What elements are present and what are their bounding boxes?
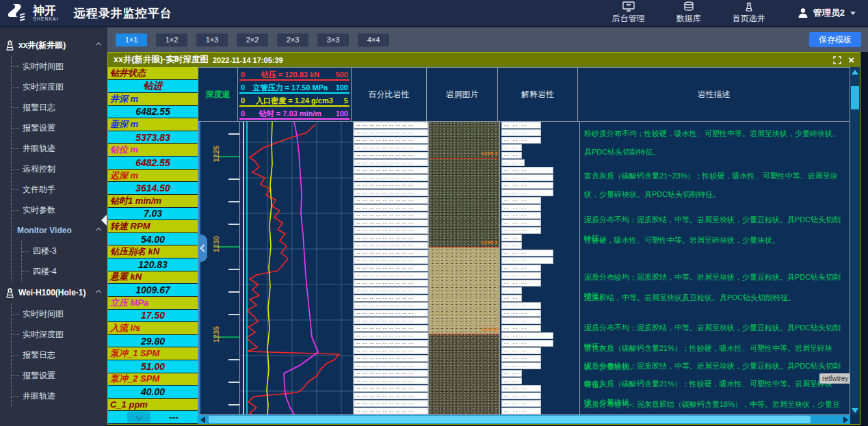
well-name: xx井(新井眼)	[18, 40, 66, 51]
depth-minor-tick	[228, 178, 239, 180]
fullscreen-icon[interactable]	[833, 56, 841, 64]
interpreted-lithology-cell: -- -- --	[501, 340, 553, 347]
sidebar-item-报警日志[interactable]: 报警日志	[12, 345, 107, 365]
vertical-scrollbar[interactable]	[850, 67, 860, 415]
layout-tab-1×3[interactable]: 1×3	[196, 34, 228, 46]
interpreted-lithology-cell: -- -- --	[501, 265, 541, 271]
depth-minor-tick	[228, 359, 239, 360]
save-template-button[interactable]: 保存模板	[809, 32, 861, 47]
depth-minor-tick	[228, 404, 239, 405]
interpreted-lithology-cell: -- -- --	[501, 332, 553, 339]
sidebar-item-报警设置[interactable]: 报警设置	[12, 118, 107, 138]
interpreted-lithology-cell: -- -- --	[501, 370, 522, 377]
param-value: 54.00	[108, 233, 198, 245]
sidebar-item-实时参数[interactable]: 实时参数	[12, 200, 107, 220]
sidebar-item-实时深度图[interactable]: 实时深度图	[12, 324, 107, 345]
realtime-params-panel: 钻井状态钻进井深 m6482.55垂深 m5373.83钻位 m6482.55迟…	[108, 67, 198, 424]
header-nav: 后台管理 数据库 首页选井 管理员2	[612, 1, 856, 25]
sidebar-item-实时时间图[interactable]: 实时时间图	[12, 56, 107, 77]
chart-body-row: 122512301235 -- -- -- -- -- -- -- -- ---…	[198, 122, 850, 414]
param-row: 钻井状态钻进	[108, 67, 198, 93]
layout-tab-1×1[interactable]: 1×1	[116, 34, 147, 46]
app-title: 远程录井监控平台	[74, 5, 172, 21]
pct-lithology-row: -- -- -- -- -- -- -- -- --	[354, 400, 428, 407]
panel-timestamp: 2022-11-14 17:05:39	[213, 56, 283, 64]
param-value-text: 51.00	[141, 361, 165, 372]
sidebar-node-Monitor Video[interactable]: Monitor Video	[12, 220, 107, 241]
sidebar-collapse-handle[interactable]	[101, 215, 107, 226]
param-label: 垂深 m	[108, 118, 198, 131]
horizontal-scroll-thumb[interactable]	[209, 416, 811, 423]
legend-row-钻压: 0钻压 = 120.83 kN500	[239, 69, 350, 81]
interpreted-lithology-cell: -- -- --	[501, 167, 553, 174]
param-dropdown-button[interactable]	[127, 412, 150, 423]
param-value-text: ---	[169, 412, 179, 423]
depth-minor-tick	[228, 269, 239, 270]
param-label: 钻压别名 kN	[108, 245, 198, 258]
cuttings-photo-segment	[429, 158, 499, 247]
legend-max: 100	[336, 109, 348, 118]
interpreted-lithology-cell: -- -- --	[501, 174, 553, 181]
shenkai-logo-icon	[7, 3, 27, 23]
horizontal-scrollbar[interactable]	[198, 415, 850, 424]
interpreted-lithology-cell: -- -- --	[501, 302, 541, 309]
leaf-label: 四楼-3	[33, 245, 57, 257]
pct-lithology-row: -- -- -- -- -- -- -- -- --	[354, 235, 428, 241]
sidebar-item-四楼-3[interactable]: 四楼-3	[22, 241, 107, 261]
sidebar-item-四楼-4[interactable]: 四楼-4	[22, 261, 107, 282]
pct-lithology-row: -- -- -- -- -- -- -- -- --	[354, 152, 428, 159]
param-value-text: 5373.83	[135, 132, 170, 143]
layout-tab-2×2[interactable]: 2×2	[237, 34, 268, 46]
sidebar-item-实时时间图[interactable]: 实时时间图	[12, 304, 107, 324]
curves-header: 0钻压 = 120.83 kN5000立管压力 = 17.50 MPa1000入…	[238, 68, 352, 121]
param-label: 迟深 m	[108, 170, 198, 183]
param-value: 51.00	[108, 360, 198, 373]
scroll-left-arrow[interactable]	[198, 415, 207, 424]
close-icon[interactable]: ×	[848, 55, 854, 65]
interpreted-lithology-cell: -- -- --	[501, 400, 541, 407]
brand: 神开 SHENKAI	[33, 5, 59, 21]
sidebar-item-实时深度图[interactable]: 实时深度图	[12, 77, 107, 97]
sidebar-item-文件助手[interactable]: 文件助手	[12, 179, 107, 200]
sidebar-well-node[interactable]: xx井(新井眼)	[4, 34, 107, 56]
layout-tab-4×4[interactable]: 4×4	[358, 34, 389, 46]
track-collapse-handle[interactable]	[198, 235, 207, 262]
leaf-label: 文件助手	[23, 184, 55, 196]
scroll-up-arrow[interactable]	[850, 67, 860, 77]
sidebar-item-报警日志[interactable]: 报警日志	[12, 97, 107, 118]
scroll-right-arrow[interactable]	[841, 415, 850, 424]
user-menu[interactable]: 管理员2	[797, 7, 856, 19]
interpreted-lithology-cell: -- -- --	[501, 189, 553, 196]
sidebar-item-井眼轨迹[interactable]: 井眼轨迹	[12, 138, 107, 159]
pct-lithology-row: -- -- -- -- -- -- -- -- --	[354, 242, 428, 249]
nav-database[interactable]: 数据库	[676, 1, 701, 25]
pct-lithology-row: -- -- -- -- -- -- -- -- --	[354, 250, 428, 256]
layout-tab-1×2[interactable]: 1×2	[156, 34, 187, 46]
legend-min: 0	[241, 96, 245, 105]
layout-tabs: 1×11×21×32×22×33×34×4	[116, 34, 389, 46]
nav-well-select[interactable]: 首页选井	[733, 1, 765, 25]
scroll-down-arrow[interactable]	[850, 405, 860, 415]
pct-lithology-row: -- -- -- -- -- -- -- -- --	[354, 137, 428, 144]
param-label: C_1 ppm	[108, 399, 198, 412]
sidebar-item-报警设置[interactable]: 报警设置	[12, 365, 107, 386]
interpreted-lithology-cell: -- -- --	[501, 295, 522, 302]
param-value-text: 120.83	[138, 259, 168, 270]
nav-backstage[interactable]: 后台管理	[612, 1, 645, 25]
pct-lithology-row: -- -- -- -- -- -- -- -- --	[354, 280, 428, 287]
sidebar-well-node[interactable]: Wei-H100(Hole-1)	[4, 282, 107, 304]
param-label: 钻位 m	[108, 144, 198, 157]
sidebar-item-远程控制[interactable]: 远程控制	[12, 159, 107, 179]
layout-tab-2×3[interactable]: 2×3	[277, 34, 308, 46]
param-value: 120.83	[108, 258, 198, 271]
interpreted-lithology-cell: -- -- --	[501, 355, 541, 362]
brand-cn: 神开	[33, 5, 59, 16]
vertical-scroll-thumb[interactable]	[851, 86, 859, 109]
legend-min: 0	[241, 109, 245, 118]
param-row: 垂深 m5373.83	[108, 118, 198, 144]
sidebar-item-井眼轨迹[interactable]: 井眼轨迹	[12, 386, 107, 406]
layout-tab-3×3[interactable]: 3×3	[317, 34, 349, 46]
app-header: 神开 SHENKAI 远程录井监控平台 后台管理 数据库 首页选井	[0, 0, 868, 27]
cuttings-photo-segment	[429, 247, 499, 334]
pct-lithology-row: -- -- -- -- -- -- -- -- --	[354, 219, 428, 226]
